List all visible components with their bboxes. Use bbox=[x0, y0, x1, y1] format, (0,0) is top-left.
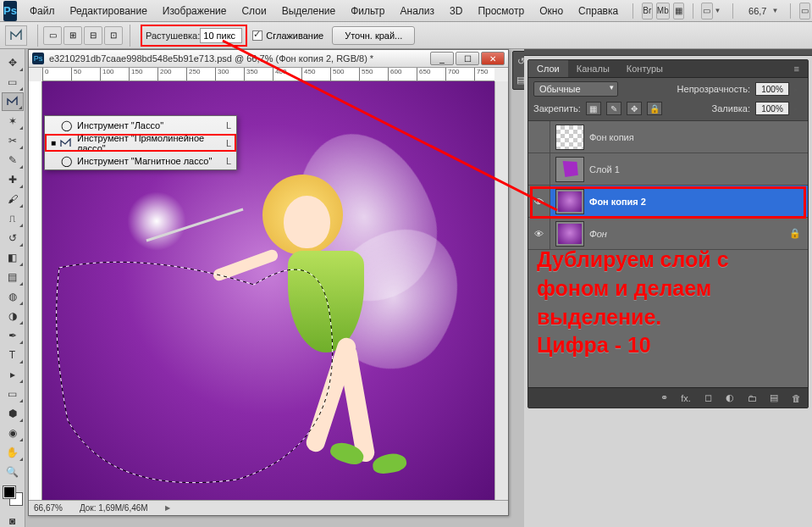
history-brush-tool[interactable]: ↺ bbox=[2, 229, 24, 247]
lock-transparency-button[interactable]: ▦ bbox=[586, 102, 601, 115]
gradient-tool[interactable]: ▤ bbox=[2, 268, 24, 286]
lock-pixels-button[interactable]: ✎ bbox=[606, 102, 621, 115]
dodge-tool[interactable]: ◑ bbox=[2, 307, 24, 325]
selection-add-button[interactable]: ⊞ bbox=[64, 26, 82, 45]
bridge-button[interactable]: Br bbox=[642, 3, 653, 19]
visibility-toggle[interactable]: 👁 bbox=[528, 218, 550, 249]
maximize-button[interactable]: ☐ bbox=[456, 52, 479, 65]
menu-layers[interactable]: Слои bbox=[234, 0, 273, 21]
vertical-scrollbar[interactable] bbox=[494, 81, 508, 500]
selection-new-button[interactable]: ▭ bbox=[43, 26, 62, 45]
visibility-toggle[interactable] bbox=[528, 153, 550, 185]
active-tool-icon[interactable] bbox=[5, 25, 27, 46]
selection-subtract-button[interactable]: ⊟ bbox=[84, 26, 102, 45]
3d-camera-tool[interactable]: ◉ bbox=[2, 424, 24, 442]
layer-name[interactable]: Фон bbox=[589, 229, 607, 239]
ruler-horizontal[interactable]: 0501001502002503003504004505005506006507… bbox=[42, 68, 494, 81]
link-layers-button[interactable]: ⚭ bbox=[657, 391, 671, 405]
layer-name[interactable]: Слой 1 bbox=[589, 164, 620, 175]
menu-window[interactable]: Окно bbox=[532, 0, 571, 21]
quick-select-tool[interactable]: ✶ bbox=[2, 112, 24, 130]
lasso-tool[interactable] bbox=[2, 92, 24, 111]
layer-row[interactable]: 👁 Фон копия 2 bbox=[528, 186, 808, 218]
move-tool[interactable]: ✥ bbox=[2, 53, 24, 72]
flyout-shortcut: L bbox=[226, 138, 231, 148]
status-zoom[interactable]: 66,67% bbox=[34, 503, 63, 513]
eraser-tool[interactable]: ◧ bbox=[2, 248, 24, 267]
menu-image[interactable]: Изображение bbox=[155, 0, 235, 21]
menu-file[interactable]: Файл bbox=[22, 0, 63, 21]
layer-thumb[interactable] bbox=[555, 125, 584, 150]
menu-view[interactable]: Просмотр bbox=[470, 0, 532, 21]
layer-thumb[interactable] bbox=[555, 221, 584, 247]
tab-paths[interactable]: Контуры bbox=[618, 60, 671, 77]
layer-row[interactable]: Слой 1 bbox=[528, 153, 808, 186]
flyout-item-lasso[interactable]: ◯ Инструмент "Лассо" L bbox=[45, 116, 236, 134]
layer-name[interactable]: Фон копия bbox=[589, 132, 634, 142]
menu-help[interactable]: Справка bbox=[571, 0, 626, 21]
zoom-menu-icon[interactable]: ▼ bbox=[771, 7, 778, 14]
arrange-button[interactable]: ▦ bbox=[673, 3, 684, 19]
tab-channels[interactable]: Каналы bbox=[568, 60, 618, 77]
pen-tool[interactable]: ✒ bbox=[2, 326, 24, 345]
screenmode-menu-icon[interactable]: ▼ bbox=[715, 7, 721, 14]
blur-tool[interactable]: ◍ bbox=[2, 287, 24, 306]
crop-tool[interactable]: ✂ bbox=[2, 131, 24, 150]
quickmask-button[interactable]: ◙ bbox=[2, 512, 24, 527]
menu-analysis[interactable]: Анализ bbox=[393, 0, 443, 21]
adjustment-layer-button[interactable]: ◐ bbox=[723, 391, 737, 405]
document-titlebar[interactable]: Ps e3210291db7caae998bd548e5b91e713.psd … bbox=[29, 50, 508, 68]
feather-input[interactable] bbox=[200, 28, 242, 43]
layer-group-button[interactable]: 🗀 bbox=[745, 391, 759, 405]
tab-layers[interactable]: Слои bbox=[528, 60, 568, 77]
stamp-tool[interactable]: ⎍ bbox=[2, 209, 24, 228]
layer-fx-button[interactable]: fx. bbox=[679, 391, 693, 405]
layer-row[interactable]: Фон копия bbox=[528, 121, 808, 153]
path-select-tool[interactable]: ▸ bbox=[2, 365, 24, 384]
lock-all-button[interactable]: 🔒 bbox=[647, 102, 662, 115]
flyout-item-polygonal-lasso[interactable]: ■ Инструмент "Прямолинейное лассо" L bbox=[45, 134, 236, 152]
delete-layer-button[interactable]: 🗑 bbox=[789, 391, 803, 405]
layer-name[interactable]: Фон копия 2 bbox=[589, 197, 646, 207]
brush-tool[interactable]: 🖌 bbox=[2, 190, 24, 208]
visibility-toggle[interactable]: 👁 bbox=[528, 186, 550, 217]
shape-tool[interactable]: ▭ bbox=[2, 385, 24, 403]
healing-tool[interactable]: ✚ bbox=[2, 170, 24, 189]
menu-filter[interactable]: Фильтр bbox=[343, 0, 392, 21]
menu-select[interactable]: Выделение bbox=[274, 0, 344, 21]
refine-edge-button[interactable]: Уточн. край... bbox=[332, 26, 415, 45]
3d-tool[interactable]: ⬢ bbox=[2, 404, 24, 423]
extras-button[interactable]: ▭ bbox=[799, 3, 810, 19]
opacity-input[interactable] bbox=[755, 82, 789, 96]
selection-intersect-button[interactable]: ⊡ bbox=[104, 26, 123, 45]
close-button[interactable]: ✕ bbox=[481, 52, 505, 65]
layer-mask-button[interactable]: ◻ bbox=[701, 391, 715, 405]
flyout-item-magnetic-lasso[interactable]: ◯ Инструмент "Магнитное лассо" L bbox=[45, 152, 236, 169]
layer-thumb[interactable] bbox=[555, 157, 584, 182]
ruler-vertical[interactable] bbox=[29, 81, 42, 500]
new-layer-button[interactable]: ▤ bbox=[767, 391, 781, 405]
layer-thumb[interactable] bbox=[555, 189, 584, 214]
type-tool[interactable]: T bbox=[2, 346, 24, 364]
panel-menu-icon[interactable]: ≡ bbox=[786, 60, 808, 77]
hand-tool[interactable]: ✋ bbox=[2, 443, 24, 462]
menu-edit[interactable]: Редактирование bbox=[62, 0, 154, 21]
minimize-button[interactable]: _ bbox=[430, 52, 454, 65]
minibridge-button[interactable]: Mb bbox=[656, 3, 670, 19]
opacity-flyout-icon[interactable]: ▸ bbox=[794, 86, 798, 93]
color-swatches[interactable] bbox=[3, 486, 22, 505]
fill-flyout-icon[interactable]: ▸ bbox=[794, 105, 798, 113]
zoom-display[interactable]: 66,7 bbox=[748, 6, 766, 16]
screenmode-button[interactable]: ▭ bbox=[701, 3, 712, 19]
zoom-tool[interactable]: 🔍 bbox=[2, 463, 24, 481]
lock-position-button[interactable]: ✥ bbox=[627, 102, 642, 115]
eyedropper-tool[interactable]: ✎ bbox=[2, 151, 24, 169]
fill-input[interactable] bbox=[755, 102, 789, 115]
marquee-tool[interactable]: ▭ bbox=[2, 73, 24, 92]
menu-3d[interactable]: 3D bbox=[442, 0, 470, 21]
status-docsize[interactable]: Док: 1,69M/6,46M bbox=[80, 503, 148, 513]
foreground-color[interactable] bbox=[3, 486, 15, 498]
visibility-toggle[interactable] bbox=[528, 121, 550, 153]
blend-mode-select[interactable]: Обычные bbox=[533, 81, 618, 97]
antialias-checkbox[interactable] bbox=[252, 31, 262, 41]
